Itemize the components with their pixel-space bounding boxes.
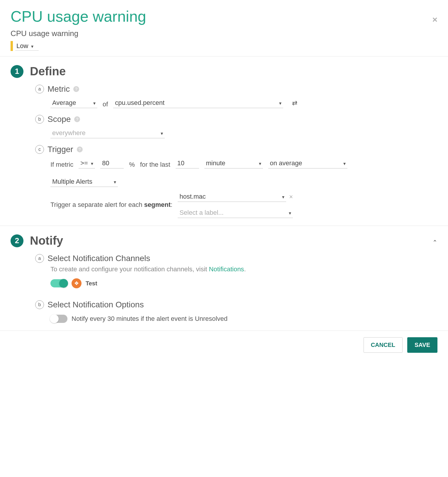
swap-icon[interactable]: ⇄ — [292, 99, 297, 107]
alert-subtitle: CPU usage warning — [11, 29, 437, 38]
help-icon[interactable]: ? — [73, 86, 79, 92]
substep-a-notify: a — [35, 254, 44, 263]
cancel-button[interactable]: CANCEL — [364, 337, 403, 353]
save-button[interactable]: SAVE — [407, 337, 437, 353]
chevron-down-icon — [282, 193, 284, 200]
unit-select[interactable]: minute — [204, 158, 263, 168]
modal-footer: CANCEL SAVE — [0, 331, 448, 367]
mode-select[interactable]: on average — [268, 158, 347, 168]
chevron-down-icon — [31, 42, 33, 50]
chevron-down-icon — [289, 209, 291, 217]
step-number-1: 1 — [11, 65, 23, 78]
help-icon[interactable]: ? — [74, 116, 80, 122]
substep-b: b — [35, 115, 44, 124]
section-title-notify: Notify — [30, 234, 63, 247]
substep-label-metric: Metric — [47, 84, 70, 94]
threshold-input[interactable]: 80 — [100, 158, 124, 168]
chevron-down-icon — [161, 129, 163, 137]
section-notify: ⌃ 2 Notify a Select Notification Channel… — [0, 226, 448, 331]
substep-label-options: Select Notification Options — [47, 300, 144, 309]
alert-title: CPU usage warning — [11, 8, 437, 25]
for-last-label: for the last — [140, 161, 170, 168]
severity-color-bar — [11, 41, 13, 51]
channels-description: To create and configure your notificatio… — [50, 265, 437, 273]
scope-select[interactable]: everywhere — [50, 128, 165, 138]
segment-select-1[interactable]: host.mac — [178, 192, 286, 202]
channel-badge-icon: ❖ — [72, 278, 82, 288]
substep-a: a — [35, 85, 44, 93]
severity-value: Low — [16, 42, 28, 50]
percent-label: % — [129, 161, 135, 168]
collapse-icon[interactable]: ⌃ — [432, 239, 437, 246]
reminder-toggle[interactable] — [50, 315, 67, 323]
substep-label-channels: Select Notification Channels — [47, 254, 150, 263]
help-icon[interactable]: ? — [77, 146, 83, 152]
substep-label-trigger: Trigger — [47, 145, 73, 154]
multiple-alerts-select[interactable]: Multiple Alerts — [50, 177, 118, 187]
severity-select[interactable]: Low — [15, 42, 39, 51]
operator-select[interactable]: >= — [79, 158, 95, 168]
chevron-down-icon — [114, 178, 116, 185]
channel-test-label: Test — [86, 280, 97, 287]
step-number-2: 2 — [11, 234, 23, 247]
channel-toggle[interactable] — [50, 279, 67, 287]
metric-name-select[interactable]: cpu.used.percent — [113, 98, 283, 108]
chevron-down-icon — [93, 99, 96, 107]
if-metric-label: If metric — [50, 161, 73, 168]
close-icon[interactable]: × — [432, 15, 437, 25]
chevron-down-icon — [279, 99, 281, 107]
chevron-down-icon — [343, 159, 346, 167]
substep-b-notify: b — [35, 300, 44, 309]
chevron-down-icon — [259, 159, 261, 167]
of-label: of — [103, 100, 108, 108]
alert-edit-modal: × CPU usage warning CPU usage warning Lo… — [0, 0, 448, 367]
substep-c: c — [35, 145, 44, 154]
duration-input[interactable]: 10 — [176, 158, 199, 168]
chevron-down-icon — [91, 159, 93, 167]
segment-select-add[interactable]: Select a label... — [178, 208, 293, 218]
section-define: 1 Define a Metric ? Average of cpu.used.… — [0, 57, 448, 226]
segment-label: Trigger a separate alert for each segmen… — [50, 201, 172, 209]
aggregation-select[interactable]: Average — [50, 98, 97, 108]
modal-header: × CPU usage warning CPU usage warning Lo… — [0, 8, 448, 56]
notifications-link[interactable]: Notifications — [209, 265, 244, 273]
remove-segment-icon[interactable]: × — [289, 193, 293, 201]
section-title-define: Define — [30, 65, 66, 78]
substep-label-scope: Scope — [47, 115, 71, 124]
reminder-text: Notify every 30 minutes if the alert eve… — [72, 315, 228, 323]
